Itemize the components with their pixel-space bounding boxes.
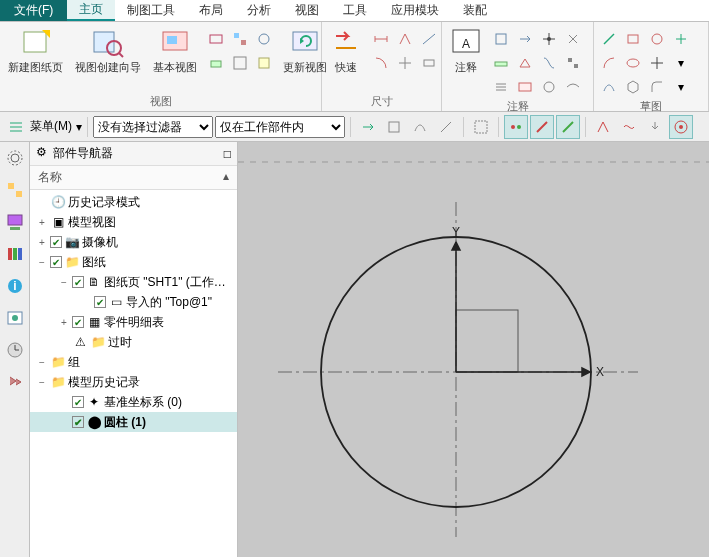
checkbox[interactable] <box>50 256 62 268</box>
menu-icon[interactable] <box>4 115 28 139</box>
view-tool-6-icon[interactable] <box>253 52 275 74</box>
svg-rect-31 <box>574 64 578 68</box>
tree-cylinder[interactable]: ⬤ 圆柱 (1) <box>30 412 237 432</box>
toolbtn-7-icon[interactable] <box>530 115 554 139</box>
view-tool-2-icon[interactable] <box>229 28 251 50</box>
sketch-arc-icon[interactable] <box>598 52 620 74</box>
tree-history-mode[interactable]: 🕘 历史记录模式 <box>30 192 237 212</box>
anno-tool-7-icon[interactable] <box>538 52 560 74</box>
new-sheet-button[interactable]: 新建图纸页 <box>4 24 67 77</box>
new-sheet-icon <box>20 26 52 58</box>
tab-home[interactable]: 主页 <box>67 0 115 21</box>
tab-drafting-tools[interactable]: 制图工具 <box>115 0 187 21</box>
view-tool-3-icon[interactable] <box>253 28 275 50</box>
toolbtn-2-icon[interactable] <box>382 115 406 139</box>
assembly-navigator-icon[interactable] <box>3 210 27 234</box>
toolbtn-11-icon[interactable] <box>643 115 667 139</box>
part-navigator-icon[interactable] <box>3 178 27 202</box>
anno-tool-12-icon[interactable] <box>562 76 584 98</box>
tab-analysis[interactable]: 分析 <box>235 0 283 21</box>
tree-parts-list[interactable]: + ▦ 零件明细表 <box>30 312 237 332</box>
anno-tool-5-icon[interactable] <box>490 52 512 74</box>
view-tool-1-icon[interactable] <box>205 28 227 50</box>
tab-layout[interactable]: 布局 <box>187 0 235 21</box>
nav-gear-icon[interactable]: ⚙ <box>36 145 47 162</box>
anno-tool-9-icon[interactable] <box>490 76 512 98</box>
filter-select-1[interactable]: 没有选择过滤器 <box>93 116 213 138</box>
svg-marker-81 <box>452 242 460 250</box>
toolbtn-10-icon[interactable] <box>617 115 641 139</box>
tree-sheet[interactable]: − 🗎 图纸页 "SHT1" (工作… <box>30 272 237 292</box>
anno-tool-8-icon[interactable] <box>562 52 584 74</box>
history-icon[interactable] <box>3 338 27 362</box>
menu-button-label[interactable]: 菜单(M) <box>30 118 72 135</box>
annotation-button[interactable]: A 注释 <box>446 24 486 77</box>
tab-assembly[interactable]: 装配 <box>451 0 499 21</box>
tree-model-history[interactable]: −📁 模型历史记录 <box>30 372 237 392</box>
toolbtn-5-icon[interactable] <box>469 115 493 139</box>
sketch-hex-icon[interactable] <box>622 76 644 98</box>
dim-tool-3-icon[interactable] <box>418 28 440 50</box>
base-view-button[interactable]: 基本视图 <box>149 24 201 77</box>
sketch-spline-icon[interactable] <box>598 76 620 98</box>
view-tool-5-icon[interactable] <box>229 52 251 74</box>
dim-tool-2-icon[interactable] <box>394 28 416 50</box>
checkbox[interactable] <box>72 276 84 288</box>
library-icon[interactable] <box>3 242 27 266</box>
anno-tool-11-icon[interactable] <box>538 76 560 98</box>
info-icon[interactable]: i <box>3 274 27 298</box>
tree-imported[interactable]: ▭ 导入的 "Top@1" <box>30 292 237 312</box>
toolbtn-12-icon[interactable] <box>669 115 693 139</box>
sketch-point-icon[interactable] <box>670 28 692 50</box>
sketch-fillet-icon[interactable] <box>646 76 668 98</box>
toolbtn-8-icon[interactable] <box>556 115 580 139</box>
view-tool-4-icon[interactable] <box>205 52 227 74</box>
sketch-line-icon[interactable] <box>598 28 620 50</box>
sketch-chevron2-icon[interactable]: ▾ <box>670 76 692 98</box>
maximize-icon[interactable]: □ <box>224 147 231 161</box>
rapid-dim-button[interactable]: 快速 <box>326 24 366 77</box>
checkbox[interactable] <box>72 416 84 428</box>
tab-app-module[interactable]: 应用模块 <box>379 0 451 21</box>
sketch-ellipse-icon[interactable] <box>622 52 644 74</box>
dim-tool-1-icon[interactable] <box>370 28 392 50</box>
tree-model-view[interactable]: +▣ 模型视图 <box>30 212 237 232</box>
checkbox[interactable] <box>50 236 62 248</box>
tree-camera[interactable]: + 📷 摄像机 <box>30 232 237 252</box>
tree-obsolete[interactable]: ⚠ 📁 过时 <box>30 332 237 352</box>
sketch-circle-icon[interactable] <box>646 28 668 50</box>
toolbtn-9-icon[interactable] <box>591 115 615 139</box>
sketch-chevron-icon[interactable]: ▾ <box>670 52 692 74</box>
checkbox[interactable] <box>72 316 84 328</box>
anno-tool-3-icon[interactable] <box>538 28 560 50</box>
web-icon[interactable] <box>3 306 27 330</box>
process-icon[interactable] <box>3 370 27 394</box>
dim-tool-6-icon[interactable] <box>418 52 440 74</box>
toolbtn-4-icon[interactable] <box>434 115 458 139</box>
anno-tool-1-icon[interactable] <box>490 28 512 50</box>
tree-group[interactable]: −📁 组 <box>30 352 237 372</box>
sketch-cross-icon[interactable] <box>646 52 668 74</box>
tree-datum[interactable]: ✦ 基准坐标系 (0) <box>30 392 237 412</box>
file-menu[interactable]: 文件(F) <box>0 0 67 21</box>
anno-tool-2-icon[interactable] <box>514 28 536 50</box>
filter-select-2[interactable]: 仅在工作部件内 <box>215 116 345 138</box>
anno-tool-4-icon[interactable] <box>562 28 584 50</box>
toolbtn-6-icon[interactable] <box>504 115 528 139</box>
checkbox[interactable] <box>94 296 106 308</box>
sketch-rect-icon[interactable] <box>622 28 644 50</box>
tree-drawing[interactable]: − 📁 图纸 <box>30 252 237 272</box>
drawing-canvas[interactable]: X Y <box>238 142 709 557</box>
checkbox[interactable] <box>72 396 84 408</box>
anno-tool-6-icon[interactable] <box>514 52 536 74</box>
toolbtn-3-icon[interactable] <box>408 115 432 139</box>
dim-tool-5-icon[interactable] <box>394 52 416 74</box>
tab-view[interactable]: 视图 <box>283 0 331 21</box>
gear-icon[interactable] <box>3 146 27 170</box>
dim-tool-4-icon[interactable] <box>370 52 392 74</box>
tab-tools[interactable]: 工具 <box>331 0 379 21</box>
anno-tool-10-icon[interactable] <box>514 76 536 98</box>
toolbtn-1-icon[interactable] <box>356 115 380 139</box>
column-header-name[interactable]: 名称 ▴ <box>30 166 237 190</box>
view-wizard-button[interactable]: 视图创建向导 <box>71 24 145 77</box>
